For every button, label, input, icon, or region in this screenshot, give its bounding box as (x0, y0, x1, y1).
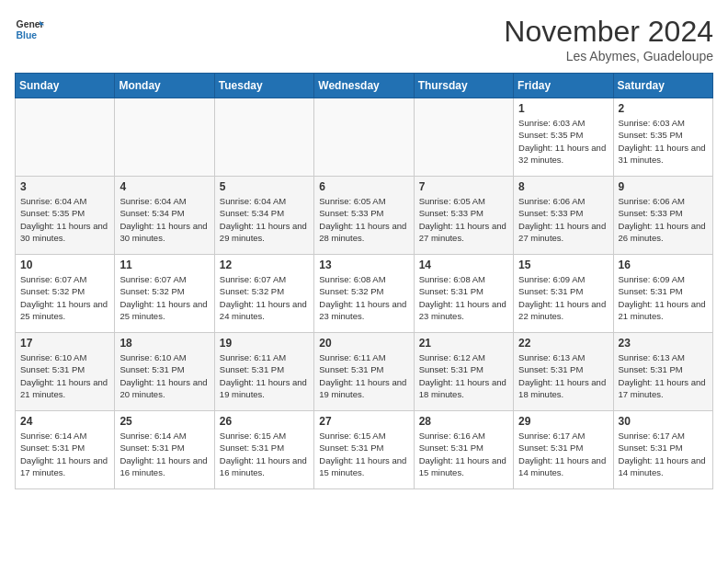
weekday-header-sunday: Sunday (16, 74, 115, 98)
day-info: Sunrise: 6:08 AM Sunset: 5:32 PM Dayligh… (319, 273, 408, 322)
week-row-4: 17Sunrise: 6:10 AM Sunset: 5:31 PM Dayli… (16, 333, 713, 411)
day-cell-30: 30Sunrise: 6:17 AM Sunset: 5:31 PM Dayli… (613, 411, 712, 489)
day-cell-17: 17Sunrise: 6:10 AM Sunset: 5:31 PM Dayli… (16, 333, 115, 411)
day-cell-24: 24Sunrise: 6:14 AM Sunset: 5:31 PM Dayli… (16, 411, 115, 489)
day-number: 30 (619, 415, 708, 428)
day-cell-3: 3Sunrise: 6:04 AM Sunset: 5:35 PM Daylig… (16, 177, 115, 255)
day-number: 10 (20, 259, 109, 271)
day-number: 1 (518, 102, 608, 115)
day-cell-23: 23Sunrise: 6:13 AM Sunset: 5:31 PM Dayli… (613, 333, 712, 411)
day-number: 18 (119, 337, 209, 350)
day-number: 22 (518, 337, 608, 350)
day-info: Sunrise: 6:10 AM Sunset: 5:31 PM Dayligh… (20, 351, 109, 400)
day-cell-1: 1Sunrise: 6:03 AM Sunset: 5:35 PM Daylig… (514, 98, 613, 177)
day-number: 3 (20, 180, 109, 193)
empty-cell (414, 98, 513, 177)
day-info: Sunrise: 6:17 AM Sunset: 5:31 PM Dayligh… (518, 430, 608, 478)
day-cell-29: 29Sunrise: 6:17 AM Sunset: 5:31 PM Dayli… (514, 411, 613, 489)
calendar-table: SundayMondayTuesdayWednesdayThursdayFrid… (15, 73, 713, 489)
day-info: Sunrise: 6:13 AM Sunset: 5:31 PM Dayligh… (619, 351, 708, 400)
day-info: Sunrise: 6:05 AM Sunset: 5:33 PM Dayligh… (319, 195, 408, 244)
day-cell-25: 25Sunrise: 6:14 AM Sunset: 5:31 PM Dayli… (115, 411, 214, 489)
day-number: 29 (518, 415, 608, 428)
svg-text:Blue: Blue (17, 30, 38, 40)
day-number: 19 (220, 337, 309, 350)
day-number: 4 (119, 180, 209, 193)
day-info: Sunrise: 6:04 AM Sunset: 5:34 PM Dayligh… (119, 195, 209, 244)
day-number: 23 (619, 337, 708, 350)
empty-cell (16, 98, 115, 177)
day-info: Sunrise: 6:08 AM Sunset: 5:31 PM Dayligh… (419, 273, 508, 322)
day-info: Sunrise: 6:06 AM Sunset: 5:33 PM Dayligh… (518, 195, 608, 244)
day-cell-11: 11Sunrise: 6:07 AM Sunset: 5:32 PM Dayli… (115, 255, 214, 333)
logo-icon: General Blue (15, 15, 44, 44)
day-info: Sunrise: 6:07 AM Sunset: 5:32 PM Dayligh… (220, 273, 309, 322)
day-number: 2 (619, 102, 708, 115)
day-cell-10: 10Sunrise: 6:07 AM Sunset: 5:32 PM Dayli… (16, 255, 115, 333)
day-number: 27 (319, 415, 408, 428)
day-info: Sunrise: 6:10 AM Sunset: 5:31 PM Dayligh… (119, 351, 209, 400)
day-number: 24 (20, 415, 109, 428)
day-cell-8: 8Sunrise: 6:06 AM Sunset: 5:33 PM Daylig… (514, 177, 613, 255)
day-number: 8 (518, 180, 608, 193)
month-title: November 2024 (504, 15, 713, 49)
title-block: November 2024 Les Abymes, Guadeloupe (504, 15, 713, 63)
day-number: 26 (220, 415, 309, 428)
day-number: 11 (119, 259, 209, 271)
day-info: Sunrise: 6:04 AM Sunset: 5:35 PM Dayligh… (20, 195, 109, 244)
week-row-2: 3Sunrise: 6:04 AM Sunset: 5:35 PM Daylig… (16, 177, 713, 255)
day-number: 9 (619, 180, 708, 193)
day-info: Sunrise: 6:15 AM Sunset: 5:31 PM Dayligh… (319, 430, 408, 478)
week-row-3: 10Sunrise: 6:07 AM Sunset: 5:32 PM Dayli… (16, 255, 713, 333)
page-header: General Blue November 2024 Les Abymes, G… (15, 15, 713, 63)
day-info: Sunrise: 6:03 AM Sunset: 5:35 PM Dayligh… (518, 117, 608, 166)
day-cell-16: 16Sunrise: 6:09 AM Sunset: 5:31 PM Dayli… (613, 255, 712, 333)
week-row-1: 1Sunrise: 6:03 AM Sunset: 5:35 PM Daylig… (16, 98, 713, 177)
day-number: 17 (20, 337, 109, 350)
day-number: 21 (419, 337, 508, 350)
day-cell-22: 22Sunrise: 6:13 AM Sunset: 5:31 PM Dayli… (514, 333, 613, 411)
day-number: 25 (119, 415, 209, 428)
day-number: 7 (419, 180, 508, 193)
week-row-5: 24Sunrise: 6:14 AM Sunset: 5:31 PM Dayli… (16, 411, 713, 489)
day-info: Sunrise: 6:03 AM Sunset: 5:35 PM Dayligh… (619, 117, 708, 166)
day-cell-7: 7Sunrise: 6:05 AM Sunset: 5:33 PM Daylig… (414, 177, 513, 255)
day-number: 12 (220, 259, 309, 271)
day-cell-14: 14Sunrise: 6:08 AM Sunset: 5:31 PM Dayli… (414, 255, 513, 333)
day-cell-20: 20Sunrise: 6:11 AM Sunset: 5:31 PM Dayli… (314, 333, 414, 411)
weekday-header-row: SundayMondayTuesdayWednesdayThursdayFrid… (16, 74, 713, 98)
empty-cell (314, 98, 414, 177)
logo: General Blue (15, 15, 44, 44)
day-info: Sunrise: 6:11 AM Sunset: 5:31 PM Dayligh… (319, 351, 408, 400)
day-cell-12: 12Sunrise: 6:07 AM Sunset: 5:32 PM Dayli… (214, 255, 313, 333)
day-cell-6: 6Sunrise: 6:05 AM Sunset: 5:33 PM Daylig… (314, 177, 414, 255)
day-cell-19: 19Sunrise: 6:11 AM Sunset: 5:31 PM Dayli… (214, 333, 313, 411)
day-info: Sunrise: 6:09 AM Sunset: 5:31 PM Dayligh… (518, 273, 608, 322)
day-info: Sunrise: 6:15 AM Sunset: 5:31 PM Dayligh… (220, 430, 309, 478)
location: Les Abymes, Guadeloupe (504, 49, 713, 63)
day-number: 16 (619, 259, 708, 271)
day-info: Sunrise: 6:06 AM Sunset: 5:33 PM Dayligh… (619, 195, 708, 244)
day-info: Sunrise: 6:13 AM Sunset: 5:31 PM Dayligh… (518, 351, 608, 400)
day-info: Sunrise: 6:11 AM Sunset: 5:31 PM Dayligh… (220, 351, 309, 400)
day-info: Sunrise: 6:14 AM Sunset: 5:31 PM Dayligh… (119, 430, 209, 478)
day-info: Sunrise: 6:12 AM Sunset: 5:31 PM Dayligh… (419, 351, 508, 400)
day-number: 20 (319, 337, 408, 350)
day-cell-4: 4Sunrise: 6:04 AM Sunset: 5:34 PM Daylig… (115, 177, 214, 255)
day-cell-18: 18Sunrise: 6:10 AM Sunset: 5:31 PM Dayli… (115, 333, 214, 411)
day-cell-21: 21Sunrise: 6:12 AM Sunset: 5:31 PM Dayli… (414, 333, 513, 411)
day-cell-5: 5Sunrise: 6:04 AM Sunset: 5:34 PM Daylig… (214, 177, 313, 255)
day-number: 14 (419, 259, 508, 271)
day-info: Sunrise: 6:07 AM Sunset: 5:32 PM Dayligh… (20, 273, 109, 322)
day-cell-2: 2Sunrise: 6:03 AM Sunset: 5:35 PM Daylig… (613, 98, 712, 177)
day-number: 13 (319, 259, 408, 271)
day-cell-26: 26Sunrise: 6:15 AM Sunset: 5:31 PM Dayli… (214, 411, 313, 489)
day-number: 28 (419, 415, 508, 428)
day-info: Sunrise: 6:16 AM Sunset: 5:31 PM Dayligh… (419, 430, 508, 478)
day-info: Sunrise: 6:09 AM Sunset: 5:31 PM Dayligh… (619, 273, 708, 322)
day-number: 15 (518, 259, 608, 271)
day-cell-13: 13Sunrise: 6:08 AM Sunset: 5:32 PM Dayli… (314, 255, 414, 333)
weekday-header-thursday: Thursday (414, 74, 513, 98)
weekday-header-tuesday: Tuesday (214, 74, 313, 98)
day-cell-28: 28Sunrise: 6:16 AM Sunset: 5:31 PM Dayli… (414, 411, 513, 489)
